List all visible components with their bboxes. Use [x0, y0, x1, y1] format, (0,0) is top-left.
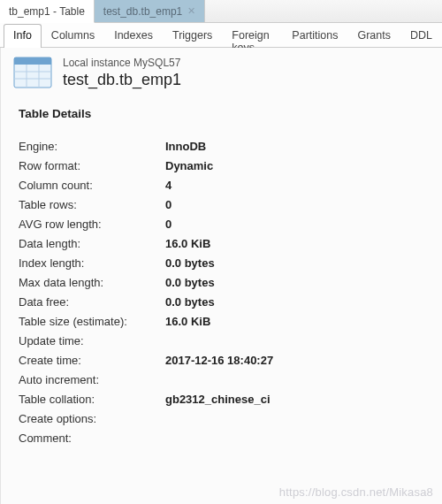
detail-label: Column count:	[19, 179, 165, 192]
tab-foreign-keys[interactable]: Foreign keys	[222, 24, 282, 48]
tab-label: Info	[13, 29, 32, 42]
connection-label: Local instance MySQL57	[63, 57, 181, 69]
detail-value: 0.0 bytes	[165, 295, 215, 309]
sub-tab-bar: Info Columns Indexes Triggers Foreign ke…	[0, 23, 442, 48]
detail-value: 0.0 bytes	[165, 256, 215, 270]
tab-ddl[interactable]: DDL	[400, 24, 442, 48]
detail-value: 16.0 KiB	[165, 315, 210, 328]
detail-row: Update time:	[19, 331, 430, 350]
detail-row: Engine:InnoDB	[19, 136, 430, 156]
detail-row: Data free:0.0 bytes	[19, 292, 430, 311]
detail-row: Create options:	[19, 409, 430, 428]
detail-value: 2017-12-16 18:40:27	[165, 354, 273, 367]
detail-label: Table rows:	[19, 198, 165, 211]
window-tab-label: tb_emp1 - Table	[9, 5, 85, 18]
detail-row: Table size (estimate):16.0 KiB	[19, 311, 430, 331]
tab-columns[interactable]: Columns	[42, 24, 104, 48]
detail-label: Data length:	[19, 237, 165, 250]
details-list: Engine:InnoDBRow format:DynamicColumn co…	[19, 136, 430, 447]
svg-rect-1	[14, 57, 51, 65]
table-icon	[13, 57, 52, 88]
detail-row: Create time:2017-12-16 18:40:27	[19, 350, 430, 370]
watermark: https://blog.csdn.net/Mikasa8	[279, 485, 433, 499]
detail-row: Auto increment:	[19, 370, 430, 389]
tab-partitions[interactable]: Partitions	[282, 24, 347, 48]
tab-label: Grants	[357, 29, 391, 42]
object-name: test_db.tb_emp1	[63, 71, 181, 89]
detail-row: AVG row length:0	[19, 214, 430, 233]
section-title: Table Details	[19, 107, 430, 120]
tab-label: DDL	[410, 29, 432, 42]
detail-row: Column count:4	[19, 175, 430, 195]
detail-label: Comment:	[19, 431, 165, 445]
tab-info[interactable]: Info	[4, 24, 42, 48]
tab-label: Columns	[51, 29, 95, 42]
detail-label: Auto increment:	[19, 373, 165, 386]
detail-value: 0	[165, 218, 171, 231]
tab-label: Indexes	[114, 29, 153, 42]
detail-value: 4	[165, 179, 171, 192]
tab-label: Partitions	[292, 29, 338, 42]
detail-value: 0	[165, 198, 171, 211]
info-panel: Local instance MySQL57 test_db.tb_emp1 T…	[0, 48, 442, 504]
detail-label: Engine:	[19, 140, 165, 153]
window-tab-active[interactable]: tb_emp1 - Table	[0, 0, 95, 23]
detail-label: Data free:	[19, 295, 165, 309]
detail-label: AVG row length:	[19, 218, 165, 231]
detail-row: Row format:Dynamic	[19, 156, 430, 175]
detail-row: Table rows:0	[19, 195, 430, 214]
detail-value: InnoDB	[165, 140, 206, 153]
tab-triggers[interactable]: Triggers	[163, 24, 222, 48]
detail-value: 0.0 bytes	[165, 276, 215, 289]
window-tab-inactive[interactable]: test_db.tb_emp1 ✕	[95, 0, 205, 22]
tab-indexes[interactable]: Indexes	[104, 24, 163, 48]
detail-value: Dynamic	[165, 159, 213, 172]
detail-label: Create options:	[19, 412, 165, 425]
detail-label: Row format:	[19, 159, 165, 172]
close-icon[interactable]: ✕	[187, 5, 195, 17]
detail-label: Index length:	[19, 256, 165, 270]
detail-label: Max data length:	[19, 276, 165, 289]
detail-label: Table size (estimate):	[19, 315, 165, 328]
detail-row: Comment:	[19, 428, 430, 447]
tab-grants[interactable]: Grants	[347, 24, 400, 48]
detail-label: Update time:	[19, 334, 165, 347]
detail-row: Index length:0.0 bytes	[19, 253, 430, 272]
window-tab-bar: tb_emp1 - Table test_db.tb_emp1 ✕	[0, 0, 442, 23]
detail-row: Max data length:0.0 bytes	[19, 272, 430, 292]
detail-label: Table collation:	[19, 393, 165, 406]
detail-value: 16.0 KiB	[165, 237, 210, 250]
object-header: Local instance MySQL57 test_db.tb_emp1	[13, 57, 430, 89]
detail-row: Data length:16.0 KiB	[19, 233, 430, 253]
detail-row: Table collation:gb2312_chinese_ci	[19, 389, 430, 409]
window-tab-label: test_db.tb_emp1	[103, 5, 182, 18]
tab-label: Triggers	[172, 29, 212, 42]
detail-label: Create time:	[19, 354, 165, 367]
detail-value: gb2312_chinese_ci	[165, 393, 271, 406]
